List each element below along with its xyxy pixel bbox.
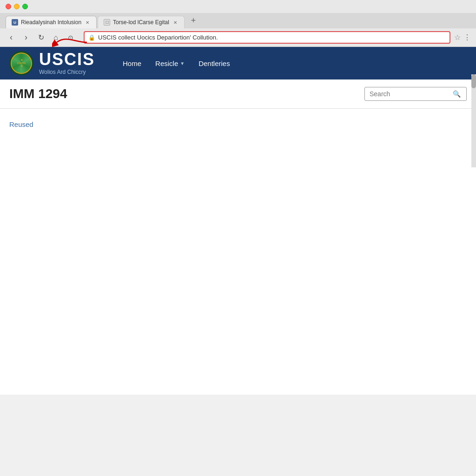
tab-favicon-1: U	[12, 19, 18, 26]
browser-tab-new[interactable]: +	[185, 13, 204, 28]
breadcrumb-area: Reused	[0, 116, 476, 133]
dropdown-arrow-icon: ▼	[180, 61, 185, 66]
url-text: USCIS collect Uocics Depariortion' Collu…	[98, 34, 446, 41]
website-content: ★USCIS★ USCIS Wolios Ard Chiccry Home Re…	[0, 47, 476, 395]
bookmark-icon[interactable]: ☆	[454, 33, 461, 42]
forward-button[interactable]: ›	[20, 32, 32, 43]
site-logo-area: ★USCIS★ USCIS Wolios Ard Chiccry	[9, 51, 95, 75]
tab-close-1[interactable]: ✕	[84, 19, 91, 26]
close-button[interactable]	[6, 4, 11, 9]
logo-text-area: USCIS Wolios Ard Chiccry	[39, 51, 95, 75]
site-seal: ★USCIS★	[9, 51, 33, 75]
search-icon[interactable]: 🔍	[452, 90, 462, 98]
main-area: Reused	[0, 116, 476, 395]
tabs-bar: U Rieadalysinah Intolusion ✕ ☐ Torse-lod…	[0, 13, 476, 28]
address-bar[interactable]: 🔒 USCIS collect Uocics Depariortion' Col…	[84, 31, 450, 44]
scrollbar-track[interactable]	[471, 74, 476, 167]
site-navbar: ★USCIS★ USCIS Wolios Ard Chiccry Home Re…	[0, 47, 476, 79]
lock-icon: 🔒	[88, 34, 95, 41]
breadcrumb-link[interactable]: Reused	[9, 120, 33, 128]
seal-inner: ★USCIS★	[11, 53, 32, 74]
minimize-button[interactable]	[14, 4, 20, 9]
nav-link-dentleries[interactable]: Dentleries	[198, 48, 230, 79]
search-input[interactable]	[370, 90, 452, 98]
nav-link-resicle[interactable]: Resicle ▼	[155, 48, 185, 79]
maximize-button[interactable]	[22, 4, 28, 9]
browser-window: U Rieadalysinah Intolusion ✕ ☐ Torse-lod…	[0, 0, 476, 395]
browser-tab-active[interactable]: U Rieadalysinah Intolusion ✕	[6, 16, 97, 28]
address-bar-actions: ☆ ⋮	[454, 33, 470, 42]
site-nav-links: Home Resicle ▼ Dentleries	[123, 48, 230, 79]
tab-close-2[interactable]: ✕	[172, 19, 178, 26]
address-bar-row: ‹ › ↻ ⌂ ⊙	[0, 28, 476, 46]
page-header: IMM 1294 🔍	[0, 79, 476, 109]
search-box[interactable]: 🔍	[364, 87, 467, 101]
traffic-lights	[6, 4, 28, 9]
title-bar	[0, 0, 476, 13]
nav-link-home[interactable]: Home	[123, 48, 141, 79]
tab-favicon-2: ☐	[104, 19, 110, 26]
back-button[interactable]: ‹	[6, 32, 17, 43]
site-logo-name: USCIS	[39, 51, 95, 68]
page-title: IMM 1294	[9, 86, 67, 101]
tab-title-1: Rieadalysinah Intolusion	[21, 19, 81, 26]
site-logo-tagline: Wolios Ard Chiccry	[39, 69, 95, 75]
tab-title-2: Torse-lod lCarse Egital	[113, 19, 169, 26]
refresh-button[interactable]: ↻	[35, 32, 46, 43]
scrollbar-thumb[interactable]	[471, 74, 476, 88]
seal-text: ★USCIS★	[17, 59, 26, 68]
browser-tab-2[interactable]: ☐ Torse-lod lCarse Egital ✕	[98, 16, 185, 28]
menu-icon[interactable]: ⋮	[463, 33, 470, 42]
